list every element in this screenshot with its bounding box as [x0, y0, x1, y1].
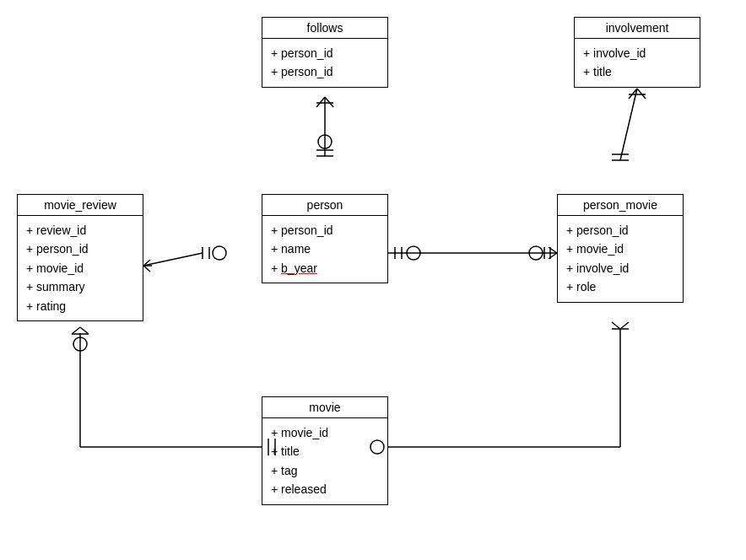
table-person-movie: person_movie + person_id + movie_id + in… [557, 194, 684, 303]
table-follows-body: + person_id + person_id [262, 39, 387, 87]
svg-line-33 [80, 327, 89, 334]
table-person-header: person [262, 195, 387, 216]
table-involvement: involvement + involve_id + title [574, 17, 700, 88]
svg-line-28 [549, 253, 557, 259]
follows-field-1: + person_id [271, 44, 379, 62]
svg-line-40 [620, 322, 629, 329]
svg-line-5 [316, 97, 325, 107]
movie-review-field-1: + review_id [26, 221, 134, 240]
table-person-movie-header: person_movie [558, 195, 683, 216]
table-movie-review-header: movie_review [18, 195, 143, 216]
svg-point-23 [407, 246, 420, 260]
svg-line-11 [629, 89, 637, 99]
svg-point-31 [73, 337, 87, 351]
svg-line-13 [143, 253, 203, 266]
person-movie-field-2: + movie_id [566, 240, 674, 258]
person-field-1: + person_id [271, 221, 379, 240]
person-field-3: + b_year [271, 259, 379, 277]
svg-line-6 [325, 97, 333, 107]
svg-line-18 [143, 266, 150, 272]
table-follows-header: follows [262, 18, 387, 39]
follows-field-2: + person_id [271, 62, 379, 81]
involvement-field-1: + involve_id [583, 44, 691, 62]
svg-line-17 [143, 260, 150, 266]
er-diagram: follows + person_id + person_id involvem… [0, 0, 746, 560]
table-movie-review: movie_review + review_id + person_id + m… [17, 194, 143, 321]
movie-review-field-4: + summary [26, 277, 134, 296]
person-field-2: + name [271, 240, 379, 258]
movie-review-field-2: + person_id [26, 240, 134, 258]
person-movie-field-4: + role [566, 277, 674, 296]
table-involvement-body: + involve_id + title [575, 39, 700, 87]
movie-review-field-5: + rating [26, 297, 134, 315]
svg-line-7 [620, 89, 637, 160]
movie-review-field-3: + movie_id [26, 259, 134, 277]
table-movie-header: movie [262, 397, 387, 418]
person-movie-field-1: + person_id [566, 221, 674, 240]
movie-field-4: + released [271, 480, 379, 498]
svg-point-26 [529, 246, 543, 260]
table-movie-review-body: + review_id + person_id + movie_id + sum… [18, 216, 143, 320]
table-movie: movie + movie_id + title + tag + release… [262, 396, 388, 505]
svg-line-32 [72, 327, 80, 334]
person-movie-field-3: + involve_id [566, 259, 674, 277]
svg-point-16 [213, 246, 226, 260]
table-person-body: + person_id + name + b_year [262, 216, 387, 283]
svg-line-27 [549, 247, 557, 253]
table-involvement-header: involvement [575, 18, 700, 39]
table-person: person + person_id + name + b_year [262, 194, 388, 283]
movie-field-3: + tag [271, 461, 379, 480]
movie-field-1: + movie_id [271, 423, 379, 442]
involvement-field-2: + title [583, 62, 691, 81]
svg-line-39 [612, 322, 620, 329]
table-follows: follows + person_id + person_id [262, 17, 388, 88]
movie-field-2: + title [271, 442, 379, 460]
svg-point-3 [318, 135, 332, 148]
table-movie-body: + movie_id + title + tag + released [262, 418, 387, 504]
table-person-movie-body: + person_id + movie_id + involve_id + ro… [558, 216, 683, 302]
svg-line-12 [637, 89, 646, 99]
